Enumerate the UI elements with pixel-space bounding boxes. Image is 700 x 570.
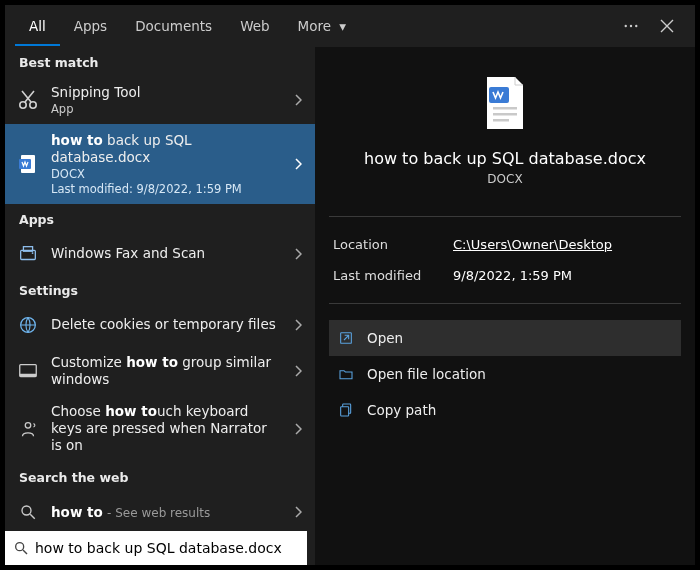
tab-web[interactable]: Web bbox=[226, 6, 283, 46]
svg-rect-16 bbox=[493, 107, 517, 110]
svg-point-13 bbox=[25, 422, 31, 428]
tab-apps[interactable]: Apps bbox=[60, 6, 121, 46]
result-docx-file[interactable]: how to back up SQL database.docx DOCX La… bbox=[5, 124, 315, 204]
search-input[interactable] bbox=[35, 540, 301, 556]
docx-icon bbox=[15, 151, 41, 177]
preview-pane: how to back up SQL database.docx DOCX Lo… bbox=[315, 47, 695, 565]
modified-value: 9/8/2022, 1:59 PM bbox=[453, 268, 677, 283]
search-icon bbox=[11, 540, 31, 556]
svg-point-14 bbox=[22, 506, 31, 515]
close-icon bbox=[660, 19, 674, 33]
chevron-right-icon bbox=[287, 365, 309, 377]
svg-point-0 bbox=[625, 25, 627, 27]
action-open[interactable]: Open bbox=[329, 320, 681, 356]
svg-point-2 bbox=[635, 25, 637, 27]
property-modified: Last modified 9/8/2022, 1:59 PM bbox=[329, 260, 681, 291]
result-title: Customize how to group similar windows bbox=[51, 354, 277, 388]
result-fax-scan[interactable]: Windows Fax and Scan bbox=[5, 233, 315, 275]
svg-rect-12 bbox=[20, 373, 37, 376]
svg-point-4 bbox=[30, 102, 36, 108]
search-window: All Apps Documents Web More ▾ Best match… bbox=[5, 5, 695, 565]
results-pane: Best match Snipping Tool App how bbox=[5, 47, 315, 565]
filter-tabs: All Apps Documents Web More ▾ bbox=[5, 5, 695, 47]
svg-point-3 bbox=[20, 102, 26, 108]
tab-all[interactable]: All bbox=[15, 6, 60, 46]
chevron-right-icon bbox=[287, 506, 309, 518]
tab-documents[interactable]: Documents bbox=[121, 6, 226, 46]
svg-point-23 bbox=[16, 543, 24, 551]
result-title: Snipping Tool bbox=[51, 84, 277, 101]
result-delete-cookies[interactable]: Delete cookies or temporary files bbox=[5, 304, 315, 346]
svg-point-1 bbox=[630, 25, 632, 27]
search-bar[interactable] bbox=[5, 531, 307, 565]
result-subtitle: DOCX bbox=[51, 167, 277, 181]
action-label: Open bbox=[367, 330, 403, 346]
tab-more[interactable]: More ▾ bbox=[284, 6, 361, 46]
section-apps: Apps bbox=[5, 204, 315, 233]
svg-rect-17 bbox=[493, 113, 517, 116]
result-title: Delete cookies or temporary files bbox=[51, 316, 277, 333]
snip-icon bbox=[15, 87, 41, 113]
chevron-right-icon bbox=[287, 248, 309, 260]
close-button[interactable] bbox=[649, 8, 685, 44]
action-open-location[interactable]: Open file location bbox=[329, 356, 681, 392]
svg-rect-22 bbox=[341, 407, 349, 416]
preview-actions: Open Open file location Copy path bbox=[329, 320, 681, 428]
preview-title: how to back up SQL database.docx bbox=[364, 149, 646, 168]
open-icon bbox=[337, 329, 355, 347]
modified-label: Last modified bbox=[333, 268, 433, 283]
globe-icon bbox=[15, 312, 41, 338]
property-location: Location C:\Users\Owner\Desktop bbox=[329, 229, 681, 260]
result-title: how to - See web results bbox=[51, 504, 277, 521]
chevron-right-icon bbox=[287, 158, 309, 170]
more-options-button[interactable] bbox=[613, 8, 649, 44]
preview-type: DOCX bbox=[487, 172, 522, 186]
divider bbox=[329, 303, 681, 304]
result-title: Choose how touch keyboard keys are press… bbox=[51, 403, 277, 454]
ellipsis-icon bbox=[622, 17, 640, 35]
preview-doc-icon bbox=[481, 75, 529, 133]
location-label: Location bbox=[333, 237, 433, 252]
result-snipping-tool[interactable]: Snipping Tool App bbox=[5, 76, 315, 124]
result-narrator-keys[interactable]: Choose how touch keyboard keys are press… bbox=[5, 395, 315, 462]
section-settings: Settings bbox=[5, 275, 315, 304]
narrator-icon bbox=[15, 416, 41, 442]
folder-icon bbox=[337, 365, 355, 383]
svg-point-9 bbox=[32, 252, 34, 254]
divider bbox=[329, 216, 681, 217]
action-label: Copy path bbox=[367, 402, 436, 418]
chevron-down-icon: ▾ bbox=[339, 18, 346, 34]
chevron-right-icon bbox=[287, 423, 309, 435]
copy-icon bbox=[337, 401, 355, 419]
action-label: Open file location bbox=[367, 366, 486, 382]
result-modified: Last modified: 9/8/2022, 1:59 PM bbox=[51, 182, 277, 196]
result-subtitle: App bbox=[51, 102, 277, 116]
location-value[interactable]: C:\Users\Owner\Desktop bbox=[453, 237, 677, 252]
action-copy-path[interactable]: Copy path bbox=[329, 392, 681, 428]
chevron-right-icon bbox=[287, 94, 309, 106]
result-customize-grouping[interactable]: Customize how to group similar windows bbox=[5, 346, 315, 396]
svg-rect-18 bbox=[493, 119, 509, 122]
result-web-howto[interactable]: how to - See web results bbox=[5, 491, 315, 533]
section-best-match: Best match bbox=[5, 47, 315, 76]
search-icon bbox=[15, 499, 41, 525]
result-title: how to back up SQL database.docx bbox=[51, 132, 277, 166]
taskbar-icon bbox=[15, 358, 41, 384]
tab-more-label: More bbox=[298, 18, 331, 34]
result-title: Windows Fax and Scan bbox=[51, 245, 277, 262]
chevron-right-icon bbox=[287, 319, 309, 331]
fax-icon bbox=[15, 241, 41, 267]
section-web: Search the web bbox=[5, 462, 315, 491]
